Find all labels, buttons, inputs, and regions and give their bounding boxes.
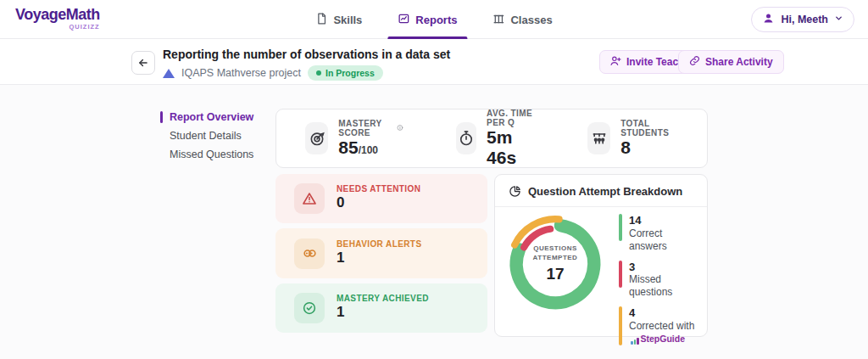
info-icon[interactable]	[397, 123, 403, 132]
chevron-down-icon	[834, 14, 843, 25]
needs-attention-value: 0	[337, 194, 420, 212]
status-badge-label: In Progress	[326, 68, 375, 78]
brand-name: VoyageMath	[15, 6, 100, 23]
stat-mastery-value-row: 85/100	[338, 137, 403, 158]
sidebar-item-missed-questions[interactable]: Missed Questions	[170, 149, 253, 160]
sidebar-item-student-details[interactable]: Student Details	[170, 130, 242, 142]
stat-avg-time-value: 5m 46s	[487, 127, 535, 168]
share-activity-button[interactable]: Share Activity	[678, 50, 784, 74]
check-circle-icon	[294, 293, 325, 323]
brand-logo[interactable]: VoyageMath QUIZIZZ	[15, 7, 100, 31]
legend-correct-label: Correct answers	[629, 227, 702, 253]
needs-attention-card[interactable]: Needs Attention 0	[275, 174, 487, 223]
breakdown-header: Question Attempt Breakdown	[495, 175, 707, 207]
legend-missed-questions: 3 Missed questions	[619, 261, 702, 300]
tab-classes-label: Classes	[510, 14, 552, 26]
breakdown-title: Question Attempt Breakdown	[528, 185, 682, 198]
stat-mastery-label-row: Mastery Score	[338, 119, 403, 137]
question-attempt-breakdown-card: Question Attempt Breakdown QUESTIONS ATT…	[494, 174, 708, 337]
stat-avg-time: Avg. Time Per Q 5m 46s	[456, 109, 535, 168]
tab-skills[interactable]: Skills	[312, 0, 365, 39]
stat-mastery-suffix: /100	[359, 144, 378, 156]
stat-mastery-label: Mastery Score	[338, 119, 393, 137]
legend-missed-value: 3	[629, 261, 702, 274]
mastery-achieved-value: 1	[337, 303, 429, 322]
mastery-achieved-card[interactable]: Mastery Achieved 1	[275, 283, 487, 333]
report-page: VoyageMath QUIZIZZ Skills Reports Cla	[0, 0, 868, 359]
legend-corrected-stepguide: 4 Corrected with StepGuide	[619, 306, 702, 345]
report-title: Reporting the number of observations in …	[163, 48, 450, 61]
tab-skills-label: Skills	[333, 14, 362, 26]
behavior-alerts-value: 1	[337, 249, 421, 267]
legend-missed-bar	[619, 261, 622, 288]
tab-reports[interactable]: Reports	[394, 0, 460, 39]
arrow-left-icon	[137, 57, 149, 69]
legend-corrected-bar	[619, 306, 622, 345]
mastery-achieved-label: Mastery Achieved	[337, 294, 429, 303]
stepguide-name: StepGuide	[641, 334, 686, 345]
tab-reports-label: Reports	[415, 14, 457, 26]
stat-avg-time-label: Avg. Time Per Q	[487, 109, 535, 127]
behavior-alerts-card[interactable]: Behavior Alerts 1	[275, 228, 487, 278]
tab-classes[interactable]: Classes	[489, 0, 555, 39]
pie-chart-icon	[509, 185, 521, 198]
attempts-donut-chart: QUESTIONS ATTEMPTED 17	[504, 212, 607, 316]
stat-mastery-score: Mastery Score 85/100	[305, 119, 403, 158]
brand-subtext: QUIZIZZ	[15, 24, 100, 31]
report-header: Reporting the number of observations in …	[0, 39, 868, 85]
project-name: IQAPS Mathverse project	[181, 67, 301, 79]
user-avatar-icon	[762, 12, 775, 27]
stopwatch-icon	[456, 122, 476, 154]
legend-missed-label: Missed questions	[629, 273, 702, 299]
breakdown-legend: 14 Correct answers 3 Missed questions 4	[619, 214, 702, 345]
stepguide-logo: StepGuide	[631, 334, 685, 345]
status-dot-icon	[316, 70, 321, 76]
back-button[interactable]	[131, 51, 155, 75]
status-badge: In Progress	[308, 65, 383, 81]
person-plus-icon	[610, 55, 621, 69]
behavior-alerts-label: Behavior Alerts	[337, 239, 421, 249]
stat-total-students-label: Total Students	[620, 119, 678, 137]
reports-chart-icon	[398, 13, 409, 27]
legend-correct-value: 14	[629, 214, 702, 227]
stat-total-students-value: 8	[620, 137, 678, 158]
skills-doc-icon	[315, 13, 327, 27]
breakdown-body: QUESTIONS ATTEMPTED 17 14 Correct answer…	[495, 207, 707, 329]
stepguide-bars-icon	[631, 338, 639, 345]
stat-mastery-value: 85	[338, 137, 358, 157]
sidebar-item-report-overview[interactable]: Report Overview	[170, 111, 253, 123]
needs-attention-label: Needs Attention	[337, 184, 420, 194]
top-navigation: VoyageMath QUIZIZZ Skills Reports Cla	[0, 0, 868, 39]
legend-correct-bar	[619, 214, 622, 241]
warning-triangle-icon	[294, 183, 325, 214]
user-menu-button[interactable]: Hi, Meeth	[751, 7, 854, 32]
legend-corrected-label: Corrected with	[629, 320, 694, 332]
nav-tabs: Skills Reports Classes	[312, 0, 555, 39]
target-icon	[305, 122, 328, 154]
stat-total-students: Total Students 8	[587, 119, 678, 158]
project-triangle-icon	[163, 69, 175, 78]
link-icon	[689, 55, 700, 69]
user-greeting: Hi, Meeth	[781, 14, 828, 25]
share-activity-label: Share Activity	[705, 56, 773, 68]
classes-icon	[492, 13, 504, 27]
report-subtitle-row: IQAPS Mathverse project In Progress	[163, 65, 383, 81]
legend-corrected-value: 4	[629, 306, 702, 320]
summary-stats-card: Mastery Score 85/100 Avg. Time Per Q 5m …	[275, 109, 708, 168]
students-icon	[587, 122, 610, 154]
eyes-icon	[294, 238, 325, 269]
legend-correct-answers: 14 Correct answers	[619, 214, 702, 253]
